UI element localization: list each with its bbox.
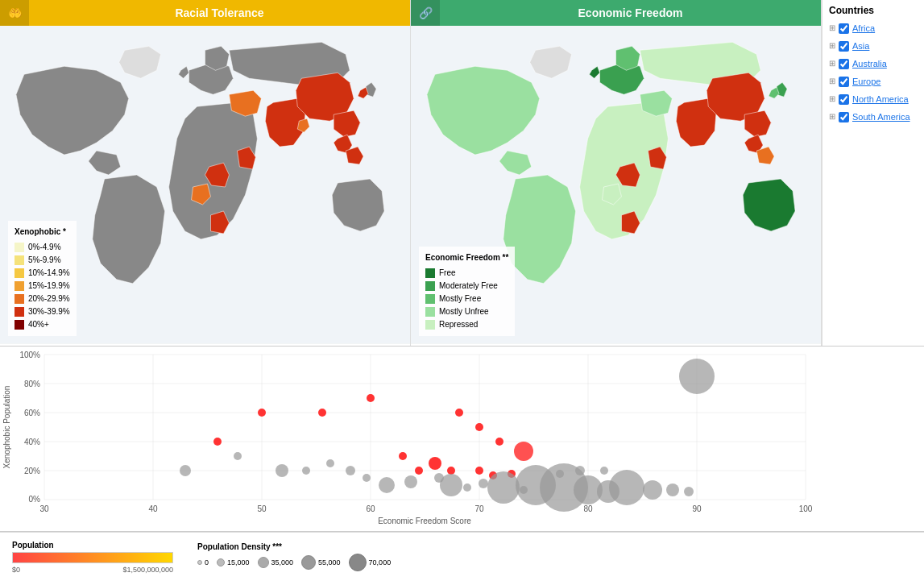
scatter-dot	[600, 467, 608, 475]
economic-freedom-title: Economic Freedom	[440, 6, 821, 19]
racial-tolerance-map: Xenophobic * 0%-4.9% 5%-9.9% 10%-14.9%	[0, 26, 410, 344]
svg-text:90: 90	[692, 504, 702, 513]
density-item-3: 55,000	[301, 555, 341, 570]
ef-legend-label-2: Mostly Free	[439, 293, 481, 305]
scatter-dot	[213, 438, 222, 446]
scatter-dot	[399, 452, 407, 460]
svg-text:60: 60	[366, 504, 375, 513]
australia-label[interactable]: Australia	[852, 56, 887, 71]
svg-text:Xenophobic Population: Xenophobic Population	[2, 386, 11, 469]
sidebar-item-australia[interactable]: ⊞ Australia	[829, 56, 918, 71]
svg-text:80: 80	[583, 504, 593, 513]
economic-freedom-legend-title: Economic Freedom **	[425, 251, 508, 264]
australia-checkbox[interactable]	[839, 59, 849, 69]
ef-legend-color-2	[425, 294, 435, 304]
ef-legend-color-1	[425, 281, 435, 291]
density-label-2: 35,000	[271, 558, 294, 566]
legend-label-6: 40%+	[28, 318, 49, 331]
economic-freedom-header: 🔗 Economic Freedom	[411, 0, 821, 26]
ef-legend-label-4: Repressed	[439, 318, 478, 331]
ef-legend-color-0	[425, 268, 435, 278]
scatter-dot	[180, 465, 191, 476]
europe-checkbox[interactable]	[839, 77, 849, 87]
svg-text:40: 40	[148, 504, 158, 513]
asia-checkbox[interactable]	[839, 41, 849, 52]
density-item-1: 15,000	[217, 558, 250, 566]
main-container: 🤲 Racial Tolerance	[0, 0, 924, 581]
sidebar-item-south-america[interactable]: ⊞ South America	[829, 110, 918, 124]
europe-expand-icon[interactable]: ⊞	[829, 74, 835, 89]
density-label: Population Density ***	[197, 542, 391, 551]
pop-min-value: $0	[12, 566, 20, 574]
scatter-dot	[479, 479, 488, 488]
legend-item-4: 20%-29.9%	[15, 293, 70, 305]
africa-label[interactable]: Africa	[852, 21, 875, 35]
sidebar-item-europe[interactable]: ⊞ Europe	[829, 74, 918, 89]
legend-label-3: 15%-19.9%	[28, 280, 70, 293]
south-america-checkbox[interactable]	[839, 112, 849, 122]
scatter-dot	[495, 438, 503, 446]
economic-freedom-panel: 🔗 Economic Freedom	[411, 0, 822, 346]
legend-label-0: 0%-4.9%	[28, 241, 61, 254]
scatter-dot	[684, 487, 694, 496]
legend-item-3: 15%-19.9%	[15, 280, 70, 293]
africa-checkbox[interactable]	[839, 23, 849, 34]
ef-legend-item-3: Mostly Unfree	[425, 305, 508, 318]
south-america-expand-icon[interactable]: ⊞	[829, 110, 835, 124]
scatter-dot	[475, 423, 483, 431]
ef-legend-color-3	[425, 307, 435, 317]
scatter-dot	[234, 452, 242, 460]
africa-expand-icon[interactable]: ⊞	[829, 21, 835, 35]
scatter-dot	[679, 359, 715, 394]
svg-text:Economic Freedom Score: Economic Freedom Score	[378, 517, 471, 525]
legend-label-5: 30%-39.9%	[28, 305, 70, 318]
scatter-dot	[455, 409, 463, 417]
legend-color-5	[15, 307, 24, 317]
ef-legend-color-4	[425, 320, 435, 330]
legend-label-2: 10%-14.9%	[28, 267, 70, 280]
population-bar	[12, 552, 173, 563]
density-label-3: 55,000	[318, 558, 341, 566]
north-america-checkbox[interactable]	[839, 94, 849, 105]
europe-label[interactable]: Europe	[852, 74, 880, 89]
north-america-label[interactable]: North America	[852, 92, 909, 106]
scatter-dot	[447, 467, 455, 475]
scatter-dot	[609, 470, 644, 505]
bottom-section: 100% 80% 60% 40% 20% 0% 30 40 50 60 70 8…	[0, 347, 924, 581]
svg-text:100%: 100%	[19, 351, 40, 359]
scatter-dot	[429, 457, 441, 470]
economic-freedom-legend: Economic Freedom ** Free Moderately Free…	[419, 247, 515, 336]
scatter-dot	[643, 480, 662, 500]
scatter-dot	[514, 442, 533, 461]
xenophobic-legend: Xenophobic * 0%-4.9% 5%-9.9% 10%-14.9%	[8, 221, 77, 336]
svg-text:40%: 40%	[24, 438, 40, 446]
north-america-expand-icon[interactable]: ⊞	[829, 92, 835, 106]
sidebar-item-north-america[interactable]: ⊞ North America	[829, 92, 918, 106]
svg-text:20%: 20%	[24, 467, 40, 475]
density-circle-4	[349, 554, 367, 571]
density-label-0: 0	[205, 558, 209, 566]
asia-expand-icon[interactable]: ⊞	[829, 39, 835, 53]
south-america-label[interactable]: South America	[852, 110, 910, 124]
legend-color-0	[15, 243, 24, 252]
scatter-dot	[326, 459, 334, 467]
legend-color-1	[15, 255, 24, 265]
asia-label[interactable]: Asia	[852, 39, 869, 53]
ef-legend-item-4: Repressed	[425, 318, 508, 331]
scatter-dot	[575, 466, 585, 475]
legend-item-0: 0%-4.9%	[15, 241, 70, 254]
racial-tolerance-title: Racial Tolerance	[29, 6, 410, 19]
legend-item-5: 30%-39.9%	[15, 305, 70, 318]
economic-freedom-icon: 🔗	[411, 0, 440, 26]
economic-freedom-map: Economic Freedom ** Free Moderately Free…	[411, 26, 821, 344]
legend-color-2	[15, 268, 24, 278]
scatter-dot	[258, 409, 266, 417]
population-label: Population	[12, 541, 173, 550]
sidebar-item-asia[interactable]: ⊞ Asia	[829, 39, 918, 53]
ef-legend-item-0: Free	[425, 267, 508, 280]
svg-text:80%: 80%	[24, 380, 40, 388]
racial-tolerance-panel: 🤲 Racial Tolerance	[0, 0, 411, 346]
australia-expand-icon[interactable]: ⊞	[829, 56, 835, 71]
sidebar-item-africa[interactable]: ⊞ Africa	[829, 21, 918, 35]
ef-legend-label-1: Moderately Free	[439, 280, 498, 293]
